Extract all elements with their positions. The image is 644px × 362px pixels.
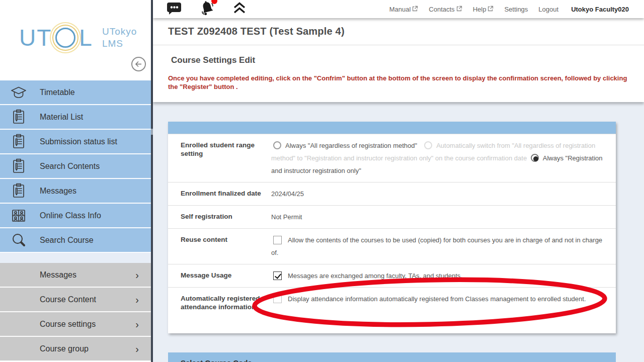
message-usage-checkbox[interactable] bbox=[273, 272, 282, 280]
clipboard-icon bbox=[10, 183, 28, 199]
sidebar-item-label: Timetable bbox=[40, 88, 75, 97]
sidebar-item-online-class-info[interactable]: Online Class Info bbox=[0, 204, 151, 228]
row-content: Allow the contents of the courses to be … bbox=[271, 229, 616, 264]
sidebar-item-search-course[interactable]: Search Course bbox=[0, 228, 151, 253]
collapse-up-icon[interactable] bbox=[233, 2, 246, 16]
row-label: Automatically registered attendance info… bbox=[168, 288, 271, 333]
clipboard-icon bbox=[10, 134, 28, 150]
logo-subtitle: UTokyo LMS bbox=[102, 26, 137, 50]
row-content: Not Permit bbox=[271, 206, 616, 228]
topbar: Manual Contacts Help Settings Logout Uto… bbox=[153, 0, 644, 18]
sidebar-primary-menu: Timetable Material List Submission statu… bbox=[0, 80, 151, 253]
external-link-icon bbox=[488, 6, 494, 13]
enrollment-date-value: 2024/04/25 bbox=[271, 189, 304, 199]
messages-icon[interactable] bbox=[167, 1, 182, 17]
topbar-links: Manual Contacts Help Settings Logout Uto… bbox=[389, 6, 629, 13]
chevron-right-icon: › bbox=[135, 344, 139, 354]
graduation-cap-icon bbox=[10, 85, 28, 100]
sidebar-item-label: Course group bbox=[40, 344, 89, 353]
settings-card-header bbox=[168, 122, 616, 134]
sidebar-item-course-group[interactable]: Course group › bbox=[0, 337, 151, 361]
row-label: Enrolled student range setting bbox=[168, 134, 271, 182]
manual-link[interactable]: Manual bbox=[389, 6, 419, 13]
course-settings-edit-panel: Course Settings Edit Once you have compl… bbox=[153, 45, 644, 102]
row-reuse-content: Reuse content Allow the contents of the … bbox=[168, 228, 616, 264]
radio-option-label: Always "All regardless of registration m… bbox=[285, 142, 417, 149]
logout-link[interactable]: Logout bbox=[538, 6, 558, 13]
radio-all-regardless[interactable] bbox=[273, 141, 281, 149]
checkbox-label: Messages are exchanged among faculty, TA… bbox=[288, 272, 462, 280]
sidebar-item-course-content[interactable]: Course Content › bbox=[0, 288, 151, 312]
clipboard-icon bbox=[10, 109, 28, 125]
checkbox-label: Display attendance information automatic… bbox=[288, 295, 586, 303]
page-header-block: TEST Z092408 TEST (Test Sample 4) Course… bbox=[153, 18, 644, 102]
select-course-code-header: Select Course Code bbox=[168, 352, 616, 362]
row-content: Always "All regardless of registration m… bbox=[271, 134, 616, 182]
sidebar-item-label: Submission status list bbox=[40, 137, 117, 146]
sidebar-item-label: Messages bbox=[40, 187, 76, 196]
sidebar-item-messages-group[interactable]: Messages › bbox=[0, 263, 151, 288]
logo-area: UTL UTokyo LMS bbox=[0, 0, 151, 80]
logo-o-ring-icon bbox=[55, 28, 75, 48]
sidebar-item-label: Course Content bbox=[40, 295, 96, 304]
row-content: 2024/04/25 bbox=[271, 183, 616, 205]
checkbox-label: Allow the contents of the courses to be … bbox=[271, 236, 602, 256]
app-root: UTL UTokyo LMS Timetable bbox=[0, 0, 644, 362]
row-content: Messages are exchanged among faculty, TA… bbox=[271, 264, 616, 287]
reuse-content-checkbox[interactable] bbox=[273, 236, 282, 244]
logo-letters: UTL bbox=[19, 24, 93, 51]
sidebar-item-submission-status-list[interactable]: Submission status list bbox=[0, 130, 151, 154]
notifications-bell-icon[interactable] bbox=[199, 0, 216, 18]
search-icon bbox=[10, 232, 28, 248]
sidebar-item-material-list[interactable]: Material List bbox=[0, 105, 151, 130]
clipboard-icon bbox=[10, 158, 28, 174]
notification-badge bbox=[211, 0, 217, 4]
radio-registration-only[interactable] bbox=[531, 154, 539, 162]
sidebar-collapse-button[interactable] bbox=[131, 57, 146, 71]
user-name[interactable]: Utokyo Faculty020 bbox=[571, 6, 629, 13]
chevron-right-icon: › bbox=[135, 270, 139, 280]
contacts-link[interactable]: Contacts bbox=[429, 6, 462, 13]
section-title: Course Settings Edit bbox=[171, 55, 629, 65]
row-self-registration: Self registration Not Permit bbox=[168, 205, 616, 228]
chevron-right-icon: › bbox=[135, 295, 139, 305]
row-label: Enrollment finalized date bbox=[168, 183, 271, 205]
sidebar-item-label: Messages bbox=[40, 270, 76, 280]
select-course-code-section: Select Course Code bbox=[168, 352, 616, 362]
row-label: Message Usage bbox=[168, 264, 271, 287]
sidebar-item-label: Online Class Info bbox=[40, 211, 101, 220]
external-link-icon bbox=[412, 6, 418, 13]
sidebar-item-search-contents[interactable]: Search Contents bbox=[0, 154, 151, 179]
sidebar-item-label: Material List bbox=[40, 113, 83, 122]
sidebar-item-messages[interactable]: Messages bbox=[0, 179, 151, 204]
help-link[interactable]: Help bbox=[473, 6, 494, 13]
sidebar-item-course-settings[interactable]: Course settings › bbox=[0, 312, 151, 337]
row-label: Self registration bbox=[168, 206, 271, 228]
menu-divider-band bbox=[0, 253, 151, 263]
main-area: Manual Contacts Help Settings Logout Uto… bbox=[153, 0, 644, 362]
sidebar: UTL UTokyo LMS Timetable bbox=[0, 0, 153, 362]
external-link-icon bbox=[456, 6, 462, 13]
course-title-bar: TEST Z092408 TEST (Test Sample 4) bbox=[153, 18, 644, 45]
warning-text: Once you have completed editing, click o… bbox=[168, 74, 629, 91]
sidebar-item-label: Search Contents bbox=[40, 162, 100, 171]
sidebar-item-timetable[interactable]: Timetable bbox=[0, 80, 151, 105]
row-enrollment-finalized-date: Enrollment finalized date 2024/04/25 bbox=[168, 182, 616, 205]
attendance-display-checkbox[interactable] bbox=[273, 295, 282, 303]
topbar-icons bbox=[167, 0, 246, 18]
arrow-left-icon bbox=[134, 60, 143, 68]
utol-logo: UTL UTokyo LMS bbox=[19, 24, 137, 51]
radio-auto-switch[interactable] bbox=[424, 141, 432, 149]
chevron-right-icon: › bbox=[135, 319, 139, 329]
course-title: TEST Z092408 TEST (Test Sample 4) bbox=[168, 26, 345, 37]
settings-link[interactable]: Settings bbox=[504, 6, 528, 13]
row-label: Reuse content bbox=[168, 229, 271, 264]
sidebar-secondary-menu: Messages › Course Content › Course setti… bbox=[0, 263, 151, 361]
people-grid-icon bbox=[10, 209, 28, 223]
row-content: Display attendance information automatic… bbox=[271, 288, 616, 333]
sidebar-item-label: Course settings bbox=[40, 320, 96, 329]
row-enrolled-student-range: Enrolled student range setting Always "A… bbox=[168, 134, 616, 182]
row-message-usage: Message Usage Messages are exchanged amo… bbox=[168, 264, 616, 287]
self-registration-value: Not Permit bbox=[271, 212, 302, 222]
sidebar-item-label: Search Course bbox=[40, 236, 94, 245]
